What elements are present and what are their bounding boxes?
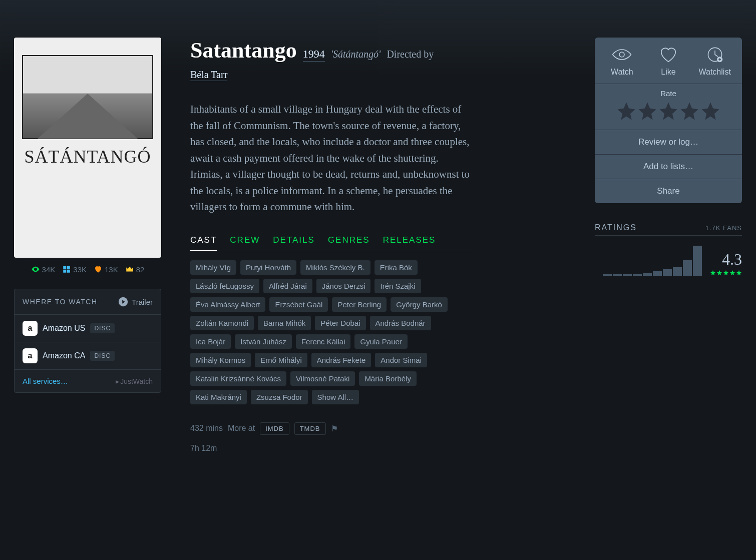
film-stats: 34K 33K 13K 82: [14, 265, 161, 274]
rate-label: Rate: [602, 89, 735, 98]
watchlist-action[interactable]: Watchlist: [691, 47, 738, 77]
rate-stars[interactable]: [602, 101, 735, 122]
cast-chip[interactable]: Erika Bók: [374, 260, 418, 275]
lists-stat[interactable]: 33K: [62, 265, 87, 274]
cast-chip[interactable]: Zsuzsa Fodor: [251, 390, 308, 404]
service-name: Amazon US: [43, 324, 85, 333]
watched-count: 34K: [42, 265, 56, 274]
watchlist-label: Watchlist: [699, 68, 731, 77]
cast-chip[interactable]: András Fekete: [311, 353, 371, 367]
heart-icon: [658, 47, 678, 63]
five-star-icon: [710, 270, 742, 276]
all-services-link[interactable]: All services…: [23, 377, 68, 385]
original-title: 'Sátántangó': [331, 49, 381, 60]
cast-chip[interactable]: György Barkó: [391, 297, 448, 312]
average-rating[interactable]: 4.3: [710, 250, 742, 269]
cast-chip[interactable]: Zoltán Kamondi: [190, 316, 254, 330]
fans-link[interactable]: 1.7K FANS: [705, 224, 742, 232]
cast-chip[interactable]: Show All…: [312, 390, 359, 404]
eye-icon: [612, 47, 632, 63]
cast-chip[interactable]: Péter Dobai: [315, 316, 365, 330]
tab-releases[interactable]: RELEASES: [383, 235, 436, 251]
poster[interactable]: SÁTÁNTANGÓ: [14, 38, 161, 258]
cast-chip[interactable]: Gyula Pauer: [354, 334, 407, 349]
service-badge: DISC: [90, 351, 115, 361]
cast-chip[interactable]: Ferenc Kállai: [296, 334, 351, 349]
star-icon[interactable]: [616, 101, 637, 122]
cast-chip[interactable]: Vilmosné Pataki: [290, 371, 355, 386]
film-title: Satantango: [190, 38, 297, 63]
watch-service-row[interactable]: a Amazon US DISC: [15, 315, 161, 342]
cast-chip[interactable]: Éva Almássy Albert: [190, 297, 265, 312]
poster-image: [22, 55, 153, 139]
grid-icon: [62, 265, 71, 274]
star-icon[interactable]: [658, 101, 679, 122]
cast-chip[interactable]: Ernő Mihályi: [255, 353, 307, 367]
histogram-bar[interactable]: [653, 271, 662, 276]
cast-chip[interactable]: András Bodnár: [370, 316, 431, 330]
report-flag-icon[interactable]: ⚑: [331, 424, 338, 433]
histogram-bar[interactable]: [693, 246, 702, 276]
cast-chip[interactable]: Erzsébet Gaál: [269, 297, 328, 312]
star-icon[interactable]: [679, 101, 700, 122]
histogram-bar[interactable]: [623, 274, 632, 276]
histogram-bar[interactable]: [683, 260, 692, 276]
tab-cast[interactable]: CAST: [190, 235, 217, 251]
histogram-bar[interactable]: [613, 274, 622, 276]
imdb-link[interactable]: IMDB: [260, 422, 289, 435]
like-action[interactable]: Like: [645, 47, 692, 77]
cast-chip[interactable]: Mihály Víg: [190, 260, 236, 275]
histogram-bar[interactable]: [663, 269, 672, 276]
service-name: Amazon CA: [43, 351, 85, 360]
rate-section: Rate: [595, 84, 742, 130]
watch-service-row[interactable]: a Amazon CA DISC: [15, 342, 161, 370]
star-icon[interactable]: [637, 101, 658, 122]
tab-genres[interactable]: GENRES: [328, 235, 370, 251]
review-action[interactable]: Review or log…: [595, 130, 742, 154]
histogram-bar[interactable]: [633, 274, 642, 276]
director-link[interactable]: Béla Tarr: [190, 69, 227, 81]
cast-chip[interactable]: Irén Szajki: [374, 279, 421, 293]
like-label: Like: [661, 68, 675, 77]
cast-chip[interactable]: Katalin Krizsánné Kovács: [190, 371, 286, 386]
watch-label: Watch: [611, 68, 633, 77]
cast-chip[interactable]: Mihály Kormos: [190, 353, 251, 367]
service-badge: DISC: [90, 323, 115, 333]
film-year[interactable]: 1994: [303, 48, 325, 62]
cast-chip[interactable]: László feLugossy: [190, 279, 259, 293]
cast-chip[interactable]: Andor Simai: [375, 353, 427, 367]
cast-chip[interactable]: Kati Makrányi: [190, 390, 247, 404]
ratings-histogram[interactable]: [603, 246, 702, 276]
watched-stat[interactable]: 34K: [31, 265, 56, 274]
amazon-icon: a: [23, 348, 38, 363]
cast-chip[interactable]: János Derzsi: [316, 279, 371, 293]
runtime-mins: 432 mins: [190, 424, 223, 433]
cast-chip[interactable]: Miklós Székely B.: [300, 260, 370, 275]
histogram-bar[interactable]: [673, 267, 682, 276]
tmdb-link[interactable]: TMDB: [294, 422, 326, 435]
liked-stat[interactable]: 13K: [94, 265, 118, 274]
directed-by-label: Directed by: [387, 49, 434, 60]
trailer-button[interactable]: Trailer: [118, 296, 153, 307]
cast-chip[interactable]: Peter Berling: [332, 297, 387, 312]
cast-chip[interactable]: Barna Mihók: [258, 316, 311, 330]
cast-chip[interactable]: Alfréd Járai: [263, 279, 312, 293]
cast-chip[interactable]: István Juhász: [235, 334, 292, 349]
trailer-label: Trailer: [132, 298, 153, 306]
histogram-bar[interactable]: [603, 274, 612, 276]
clock-plus-icon: [705, 47, 725, 63]
watch-action[interactable]: Watch: [599, 47, 645, 77]
share-action[interactable]: Share: [595, 179, 742, 203]
cast-chip[interactable]: Mária Borbély: [359, 371, 417, 386]
justwatch-attribution: ▸JustWatch: [116, 377, 153, 385]
star-icon[interactable]: [700, 101, 721, 122]
tab-details[interactable]: DETAILS: [273, 235, 315, 251]
tab-crew[interactable]: CREW: [230, 235, 260, 251]
cast-chip[interactable]: Ica Bojár: [190, 334, 231, 349]
top-stat[interactable]: 82: [125, 265, 145, 274]
heart-icon: [94, 265, 103, 274]
add-to-lists-action[interactable]: Add to lists…: [595, 154, 742, 179]
svg-rect-3: [67, 270, 70, 273]
cast-chip[interactable]: Putyi Horváth: [240, 260, 296, 275]
histogram-bar[interactable]: [643, 273, 652, 276]
